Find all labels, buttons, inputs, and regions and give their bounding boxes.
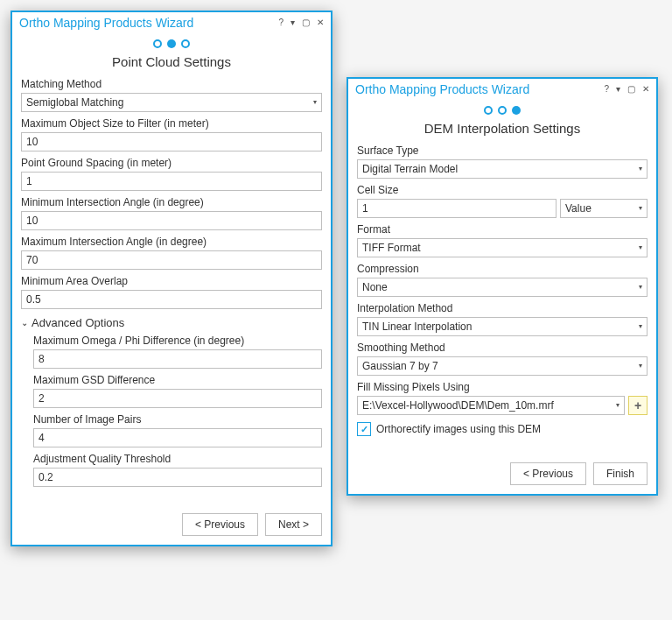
maximize-icon[interactable]: ▢ <box>626 85 637 94</box>
minimize-icon[interactable]: ▾ <box>289 18 297 27</box>
cell-size-input[interactable] <box>357 199 556 218</box>
max-object-size-input[interactable] <box>21 132 322 151</box>
chevron-down-icon: ▾ <box>313 96 317 109</box>
help-icon[interactable]: ? <box>276 18 285 27</box>
dem-interpolation-settings-window: Ortho Mapping Products Wizard ? ▾ ▢ ✕ DE… <box>346 77 658 496</box>
compression-value: None <box>362 281 388 293</box>
min-overlap-label: Minimum Area Overlap <box>21 275 322 287</box>
cell-size-unit-select[interactable]: Value ▾ <box>560 199 648 218</box>
surface-type-value: Digital Terrain Model <box>362 163 458 175</box>
max-object-size-label: Maximum Object Size to Filter (in meter) <box>21 117 322 130</box>
cell-size-unit-value: Value <box>565 202 592 215</box>
step-dot-2-active <box>167 39 176 48</box>
format-value: TIFF Format <box>362 242 421 254</box>
window-title: Ortho Mapping Products Wizard <box>355 82 529 96</box>
fill-missing-label: Fill Missing Pixels Using <box>357 381 648 393</box>
chevron-down-icon: ⌄ <box>21 318 28 328</box>
titlebar: Ortho Mapping Products Wizard ? ▾ ▢ ✕ <box>348 79 656 98</box>
chevron-down-icon: ▾ <box>639 163 642 175</box>
fill-missing-path-value: E:\Vexcel-Hollywood\DEM\Dem_10m.mrf <box>362 399 554 412</box>
max-intersection-input[interactable] <box>21 250 322 270</box>
advanced-options-label: Advanced Options <box>32 316 124 329</box>
compression-select[interactable]: None ▾ <box>357 278 648 297</box>
smoothing-method-value: Gaussian 7 by 7 <box>362 360 438 372</box>
chevron-down-icon: ▾ <box>639 321 642 333</box>
orthorectify-row: ✓ Orthorectify images using this DEM <box>357 422 648 436</box>
previous-button[interactable]: < Previous <box>510 462 586 485</box>
previous-button[interactable]: < Previous <box>182 513 258 536</box>
gsd-diff-label: Maximum GSD Difference <box>33 374 322 386</box>
chevron-down-icon: ▾ <box>639 242 642 254</box>
quality-threshold-input[interactable] <box>33 468 322 487</box>
advanced-options-toggle[interactable]: ⌄ Advanced Options <box>21 316 322 329</box>
step-dot-2 <box>498 106 507 115</box>
image-pairs-input[interactable] <box>33 428 322 447</box>
min-intersection-label: Minimum Intersection Angle (in degree) <box>21 196 322 208</box>
matching-method-select[interactable]: Semiglobal Matching ▾ <box>21 93 322 112</box>
step-dot-3-active <box>512 106 521 115</box>
step-dot-3 <box>181 39 190 48</box>
format-select[interactable]: TIFF Format ▾ <box>357 238 648 257</box>
omega-phi-label: Maximum Omega / Phi Difference (in degre… <box>33 335 322 347</box>
matching-method-value: Semiglobal Matching <box>26 96 123 109</box>
window-controls: ? ▾ ▢ ✕ <box>276 18 326 27</box>
gsd-diff-input[interactable] <box>33 389 322 408</box>
check-icon: ✓ <box>360 425 368 434</box>
format-label: Format <box>357 223 648 236</box>
chevron-down-icon: ▾ <box>639 202 642 215</box>
interpolation-method-select[interactable]: TIN Linear Interpolation ▾ <box>357 317 648 336</box>
browse-add-button[interactable]: + <box>628 396 648 415</box>
point-cloud-settings-window: Ortho Mapping Products Wizard ? ▾ ▢ ✕ Po… <box>10 11 332 546</box>
step-dot-1 <box>153 39 162 48</box>
orthorectify-checkbox[interactable]: ✓ <box>357 422 371 436</box>
step-indicator <box>348 105 656 117</box>
chevron-down-icon: ▾ <box>639 281 642 293</box>
ground-spacing-label: Point Ground Spacing (in meter) <box>21 157 322 169</box>
chevron-down-icon: ▾ <box>639 360 642 372</box>
orthorectify-label: Orthorectify images using this DEM <box>376 423 541 435</box>
page-title: DEM Interpolation Settings <box>348 121 656 136</box>
surface-type-select[interactable]: Digital Terrain Model ▾ <box>357 159 648 179</box>
finish-button[interactable]: Finish <box>593 462 648 485</box>
content-area: Surface Type Digital Terrain Model ▾ Cel… <box>348 144 656 445</box>
page-title: Point Cloud Settings <box>12 54 331 69</box>
cell-size-label: Cell Size <box>357 184 648 196</box>
ground-spacing-input[interactable] <box>21 172 322 191</box>
maximize-icon[interactable]: ▢ <box>300 18 312 27</box>
titlebar: Ortho Mapping Products Wizard ? ▾ ▢ ✕ <box>12 12 331 32</box>
minimize-icon[interactable]: ▾ <box>614 85 622 94</box>
interpolation-method-value: TIN Linear Interpolation <box>362 321 472 333</box>
smoothing-method-label: Smoothing Method <box>357 342 648 354</box>
matching-method-label: Matching Method <box>21 78 322 90</box>
advanced-options-group: Maximum Omega / Phi Difference (in degre… <box>33 335 322 487</box>
step-indicator <box>12 39 331 51</box>
image-pairs-label: Number of Image Pairs <box>33 413 322 426</box>
smoothing-method-select[interactable]: Gaussian 7 by 7 ▾ <box>357 356 648 376</box>
step-dot-1 <box>484 106 493 115</box>
interpolation-method-label: Interpolation Method <box>357 302 648 314</box>
fill-missing-path-select[interactable]: E:\Vexcel-Hollywood\DEM\Dem_10m.mrf ▾ <box>357 396 625 415</box>
next-button[interactable]: Next > <box>265 513 322 536</box>
compression-label: Compression <box>357 263 648 275</box>
window-controls: ? ▾ ▢ ✕ <box>602 85 651 94</box>
max-intersection-label: Maximum Intersection Angle (in degree) <box>21 236 322 248</box>
omega-phi-input[interactable] <box>33 349 322 369</box>
chevron-down-icon: ▾ <box>616 399 620 412</box>
surface-type-label: Surface Type <box>357 144 648 157</box>
quality-threshold-label: Adjustment Quality Threshold <box>33 453 322 465</box>
footer-buttons: < Previous Finish <box>348 454 656 494</box>
help-icon[interactable]: ? <box>602 85 611 94</box>
min-overlap-input[interactable] <box>21 290 322 309</box>
content-area: Matching Method Semiglobal Matching ▾ Ma… <box>12 78 331 496</box>
footer-buttons: < Previous Next > <box>12 504 331 545</box>
window-title: Ortho Mapping Products Wizard <box>19 16 193 30</box>
close-icon[interactable]: ✕ <box>315 18 326 27</box>
close-icon[interactable]: ✕ <box>640 85 651 94</box>
min-intersection-input[interactable] <box>21 211 322 230</box>
